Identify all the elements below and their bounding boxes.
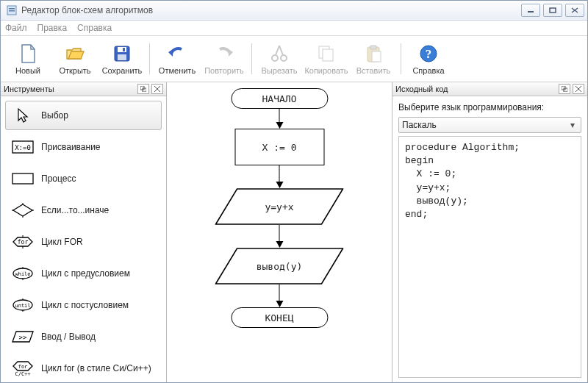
- svg-text:for: for: [18, 239, 29, 246]
- svg-text:while: while: [15, 271, 30, 277]
- file-new-icon: [18, 43, 38, 64]
- paste-icon: [363, 43, 384, 64]
- tool-until[interactable]: until Цикл с постусловием: [5, 290, 162, 320]
- tool-label: Присваивание: [41, 142, 101, 152]
- toolbar-separator: [149, 43, 150, 74]
- cut-button: Вырезать: [257, 38, 302, 79]
- body: Инструменты Выбор X:=0 Присваивание Проц…: [1, 82, 587, 382]
- flow-connector: [276, 165, 283, 188]
- toolbar: Новый Открыть Сохранить Отменить Повтори…: [1, 35, 587, 82]
- app-window: Редактор блок-схем алгоритмов Файл Правк…: [0, 0, 588, 383]
- undock-icon[interactable]: [137, 84, 149, 94]
- svg-rect-1: [9, 8, 15, 10]
- cfor-icon: forC/C++: [12, 360, 34, 376]
- tool-label: Ввод / Вывод: [41, 332, 96, 342]
- svg-rect-15: [372, 51, 381, 62]
- minimize-button[interactable]: [521, 4, 540, 17]
- tool-select[interactable]: Выбор: [5, 101, 162, 130]
- svg-rect-14: [370, 46, 376, 49]
- flowchart: НАЧАЛО X := 0 y=y+x вывод(y) КОНЕЦ: [215, 88, 344, 328]
- tool-label: Цикл с предусловием: [41, 268, 130, 279]
- titlebar: Редактор блок-схем алгоритмов: [1, 1, 587, 21]
- tools-panel: Инструменты Выбор X:=0 Присваивание Проц…: [1, 82, 167, 382]
- undo-label: Отменить: [159, 66, 196, 75]
- menu-help[interactable]: Справка: [77, 23, 112, 33]
- folder-open-icon: [65, 43, 85, 64]
- svg-text:C/C++: C/C++: [15, 371, 30, 376]
- maximize-button[interactable]: [543, 4, 562, 17]
- cut-icon: [269, 43, 290, 64]
- tool-label: Цикл for (в стиле Си/Си++): [41, 363, 151, 373]
- svg-point-9: [272, 55, 278, 61]
- svg-rect-2: [9, 10, 15, 12]
- flow-connector: [276, 225, 283, 248]
- flow-end[interactable]: КОНЕЦ: [231, 307, 328, 328]
- tool-io[interactable]: >> Ввод / Вывод: [5, 322, 162, 351]
- svg-rect-22: [12, 173, 33, 184]
- flow-output[interactable]: вывод(y): [215, 248, 344, 284]
- undock-icon[interactable]: [559, 84, 570, 94]
- menu-edit[interactable]: Правка: [37, 23, 68, 33]
- close-button[interactable]: [565, 4, 584, 17]
- svg-rect-8: [123, 48, 125, 51]
- help-icon: ?: [418, 43, 439, 64]
- menu-file[interactable]: Файл: [5, 23, 27, 33]
- tool-ifelse[interactable]: Если...то...иначе: [5, 196, 162, 225]
- svg-text:until: until: [15, 303, 30, 309]
- while-icon: while: [12, 265, 34, 282]
- tools-panel-header: Инструменты: [1, 82, 166, 96]
- code-panel-body: Выберите язык программирования: Паскаль …: [392, 96, 587, 382]
- tools-panel-title: Инструменты: [4, 85, 135, 93]
- open-button[interactable]: Открыть: [52, 38, 98, 79]
- process-icon: [12, 171, 34, 187]
- tool-label: Процесс: [41, 173, 76, 184]
- new-label: Новый: [15, 66, 40, 75]
- tool-process[interactable]: Процесс: [5, 164, 162, 193]
- diamond-icon: [12, 202, 34, 218]
- save-label: Сохранить: [102, 66, 143, 75]
- code-panel: Исходный код Выберите язык программирова…: [392, 82, 587, 382]
- flowchart-canvas[interactable]: НАЧАЛО X := 0 y=y+x вывод(y) КОНЕЦ: [167, 82, 392, 382]
- until-icon: until: [12, 297, 34, 313]
- redo-button: Повторить: [201, 38, 247, 79]
- paste-label: Вставить: [356, 66, 391, 75]
- close-panel-icon[interactable]: [151, 84, 163, 94]
- toolbar-separator: [251, 43, 252, 74]
- language-label: Выберите язык программирования:: [398, 101, 581, 114]
- flow-connector: [276, 109, 283, 129]
- undo-icon: [167, 43, 187, 64]
- flow-expr[interactable]: y=y+x: [215, 188, 344, 225]
- undo-button[interactable]: Отменить: [154, 38, 200, 79]
- copy-button: Копировать: [304, 38, 349, 79]
- toolbar-separator: [401, 43, 401, 74]
- open-label: Открыть: [59, 66, 90, 75]
- svg-rect-3: [528, 11, 534, 12]
- code-view[interactable]: procedure Algorithm; begin X := 0; y=y+x…: [398, 136, 581, 378]
- svg-rect-12: [323, 49, 333, 61]
- svg-text:X:=0: X:=0: [15, 144, 31, 151]
- io-icon: >>: [12, 329, 34, 345]
- language-dropdown[interactable]: Паскаль ▾: [398, 117, 581, 133]
- flow-assign[interactable]: X := 0: [234, 129, 324, 165]
- window-title: Редактор блок-схем алгоритмов: [21, 5, 518, 15]
- tool-for[interactable]: for Цикл FOR: [5, 227, 162, 257]
- cursor-icon: [12, 107, 34, 124]
- new-button[interactable]: Новый: [5, 38, 51, 79]
- save-button[interactable]: Сохранить: [99, 38, 145, 79]
- close-panel-icon[interactable]: [573, 84, 584, 94]
- assign-icon: X:=0: [12, 139, 34, 155]
- flow-start[interactable]: НАЧАЛО: [231, 88, 328, 109]
- for-icon: for: [12, 234, 34, 250]
- copy-label: Копировать: [304, 66, 348, 75]
- tool-while[interactable]: while Цикл с предусловием: [5, 259, 162, 288]
- help-button[interactable]: ? Справка: [406, 38, 451, 79]
- svg-point-10: [281, 55, 287, 61]
- svg-text:?: ?: [426, 47, 432, 61]
- code-panel-title: Исходный код: [395, 85, 556, 93]
- tool-label: Цикл FOR: [41, 237, 83, 247]
- tool-cfor[interactable]: forC/C++ Цикл for (в стиле Си/Си++): [5, 354, 162, 382]
- app-icon: [7, 5, 17, 15]
- tool-assign[interactable]: X:=0 Присваивание: [5, 132, 162, 162]
- svg-rect-4: [550, 8, 556, 12]
- language-selected: Паскаль: [402, 120, 567, 130]
